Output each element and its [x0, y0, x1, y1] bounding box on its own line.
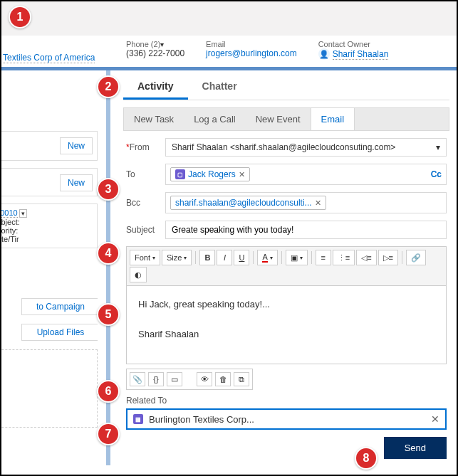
font-dropdown[interactable]: Font▾ — [130, 250, 160, 265]
bullet-list-button[interactable]: ≡ — [316, 250, 331, 265]
upload-files-button[interactable]: Upload Files — [21, 324, 98, 341]
link-button[interactable]: 🔗 — [406, 250, 426, 265]
callout-8: 8 — [355, 447, 378, 470]
chevron-down-icon: ▾ — [436, 142, 440, 152]
clear-icon[interactable]: 🗑 — [215, 372, 231, 386]
related-to-label: Related To — [126, 396, 447, 406]
underline-button[interactable]: U — [234, 250, 249, 265]
phone-label: Phone (2)▾ — [126, 40, 184, 48]
case-priority-label: Priority: — [1, 226, 93, 235]
from-dropdown[interactable]: Sharif Shaalan <sharif.shaalan@agileclou… — [165, 138, 447, 157]
template-icon[interactable]: ▭ — [167, 372, 182, 386]
case-number-link[interactable]: 000010 — [1, 208, 18, 218]
right-pane: Activity Chatter New Task Log a Call New… — [119, 70, 457, 465]
font-color-button[interactable]: A▾ — [257, 250, 277, 265]
main-tabs: Activity Chatter — [123, 75, 449, 100]
new-button-2[interactable]: New — [60, 174, 93, 191]
left-rail: New New 000010▾ Subject: Priority: Date/… — [1, 70, 98, 465]
body-line-1: Hi Jack, great speaking today!... — [138, 297, 434, 312]
tab-new-event[interactable]: New Event — [246, 108, 311, 130]
italic-button[interactable]: I — [217, 250, 232, 265]
related-list-1: New — [1, 131, 98, 161]
file-drop-zone[interactable] — [1, 349, 98, 428]
attachment-toolbar: 📎 {} ▭ 👁 🗑 ⧉ — [126, 369, 253, 390]
bold-button[interactable]: B — [199, 250, 215, 265]
related-to-value: Burlington Textiles Corp... — [149, 414, 254, 425]
merge-field-icon[interactable]: {} — [148, 372, 164, 386]
record-info-bar: Textiles Corp of America Phone (2)▾ (336… — [1, 36, 457, 67]
avatar-icon: 👤 — [318, 48, 330, 60]
phone-block: Phone (2)▾ (336) 222-7000 — [126, 40, 184, 58]
image-button[interactable]: ▣▾ — [286, 250, 308, 265]
bcc-label: Bcc — [126, 198, 165, 208]
callout-3: 3 — [97, 178, 120, 201]
bcc-input[interactable]: sharif.shaalan@agilecloudconsulti... ✕ — [165, 192, 447, 213]
tab-log-call[interactable]: Log a Call — [184, 108, 246, 130]
account-name-block: Textiles Corp of America — [1, 40, 126, 63]
action-tabs: New Task Log a Call New Event Email — [123, 107, 449, 131]
chevron-down-icon[interactable]: ▾ — [160, 41, 164, 48]
to-pill[interactable]: ▢ Jack Rogers ✕ — [170, 167, 250, 181]
popout-icon[interactable]: ⧉ — [234, 372, 249, 386]
tab-chatter[interactable]: Chatter — [188, 75, 251, 100]
email-value[interactable]: jrogers@burlington.com — [206, 48, 297, 58]
to-label: To — [126, 169, 165, 179]
callout-4: 4 — [97, 242, 120, 265]
case-date-label: Date/Tir — [1, 235, 93, 243]
contact-icon: ▢ — [175, 169, 185, 179]
to-campaign-button[interactable]: to Campaign — [21, 298, 98, 315]
bcc-pill[interactable]: sharif.shaalan@agilecloudconsulti... ✕ — [170, 196, 326, 210]
size-dropdown[interactable]: Size▾ — [162, 250, 192, 265]
email-block: Email jrogers@burlington.com — [206, 40, 297, 58]
to-input[interactable]: ▢ Jack Rogers ✕ Cc — [165, 164, 447, 185]
account-icon: ▦ — [133, 414, 143, 424]
preview-icon[interactable]: 👁 — [197, 372, 212, 386]
related-list-2: New — [1, 168, 98, 196]
owner-block: Contact Owner 👤 Sharif Shaalan — [318, 40, 389, 60]
case-subject-label: Subject: — [1, 218, 93, 226]
from-label: *From — [126, 142, 165, 152]
main-area: New New 000010▾ Subject: Priority: Date/… — [1, 70, 457, 465]
related-to-input[interactable]: ▦ Burlington Textiles Corp... ✕ — [126, 408, 447, 430]
rich-text-toolbar: Font▾ Size▾ B I U A▾ ▣▾ ≡ ⋮≡ ◁≡ ▷≡ 🔗 ◐ — [126, 246, 447, 286]
send-button[interactable]: Send — [384, 437, 447, 459]
owner-value[interactable]: Sharif Shaalan — [333, 49, 389, 60]
callout-7: 7 — [97, 423, 120, 445]
source-button[interactable]: ◐ — [130, 267, 147, 282]
email-form: *From Sharif Shaalan <sharif.shaalan@agi… — [123, 131, 449, 437]
body-signature: Sharif Shaalan — [138, 327, 434, 342]
cc-link[interactable]: Cc — [431, 169, 442, 179]
subject-label: Subject — [126, 225, 165, 235]
remove-to-icon[interactable]: ✕ — [239, 170, 245, 179]
account-name-link[interactable]: Textiles Corp of America — [3, 53, 95, 63]
case-menu-icon[interactable]: ▾ — [19, 209, 27, 218]
owner-label: Contact Owner — [318, 40, 389, 48]
attach-file-icon[interactable]: 📎 — [130, 372, 145, 386]
top-gray-bar — [1, 1, 457, 36]
phone-value[interactable]: (336) 222-7000 — [126, 48, 184, 58]
new-button-1[interactable]: New — [60, 137, 93, 154]
subject-input[interactable] — [165, 221, 447, 239]
remove-bcc-icon[interactable]: ✕ — [315, 199, 321, 208]
email-body-editor[interactable]: Hi Jack, great speaking today!... Sharif… — [126, 286, 447, 364]
callout-2: 2 — [97, 75, 120, 98]
email-label: Email — [206, 40, 297, 48]
indent-button[interactable]: ▷≡ — [378, 250, 398, 265]
clear-related-icon[interactable]: ✕ — [431, 413, 439, 425]
vertical-divider — [98, 70, 119, 465]
callout-1: 1 — [9, 6, 31, 28]
tab-email[interactable]: Email — [311, 108, 355, 130]
case-details: 000010▾ Subject: Priority: Date/Tir — [1, 203, 98, 248]
callout-6: 6 — [97, 380, 120, 403]
tab-new-task[interactable]: New Task — [124, 108, 184, 130]
number-list-button[interactable]: ⋮≡ — [333, 250, 355, 265]
outdent-button[interactable]: ◁≡ — [356, 250, 376, 265]
tab-activity[interactable]: Activity — [123, 75, 188, 100]
callout-5: 5 — [97, 303, 120, 326]
